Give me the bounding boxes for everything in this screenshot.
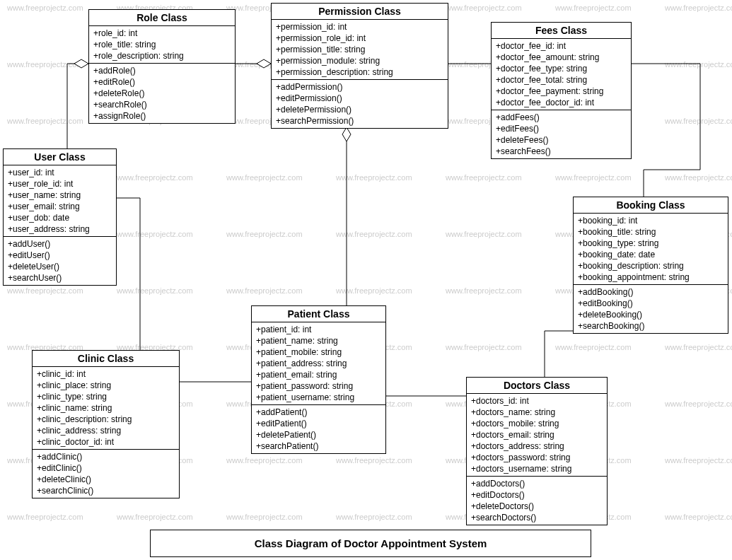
watermark-text: www.freeprojectz.com <box>665 173 732 182</box>
methods: +addPermission()+editPermission()+delete… <box>272 80 448 128</box>
watermark-text: www.freeprojectz.com <box>446 4 522 12</box>
method-line: +searchClinic() <box>37 485 175 496</box>
method-line: +addRole() <box>93 65 231 76</box>
watermark-text: www.freeprojectz.com <box>555 343 632 351</box>
attribute-line: +doctors_username: string <box>471 463 603 474</box>
method-line: +addFees() <box>496 112 627 123</box>
watermark-text: www.freeprojectz.com <box>336 286 412 295</box>
watermark-text: www.freeprojectz.com <box>665 513 732 521</box>
attribute-line: +role_title: string <box>93 39 231 50</box>
class-title: Booking Class <box>574 197 728 214</box>
attribute-line: +user_name: string <box>8 189 112 201</box>
clinic-class: Clinic Class +clinic_id: int+clinic_plac… <box>32 350 180 498</box>
class-title: Patient Class <box>252 306 385 322</box>
watermark-text: www.freeprojectz.com <box>7 60 83 69</box>
attribute-line: +clinic_type: string <box>37 391 175 402</box>
attribute-line: +role_description: string <box>93 50 231 62</box>
method-line: +editRole() <box>93 76 231 88</box>
permission-class: Permission Class +permission_id: int+per… <box>271 3 448 129</box>
attribute-line: +permission_description: string <box>276 66 443 78</box>
attribute-line: +user_address: string <box>8 223 112 235</box>
method-line: +editDoctors() <box>471 489 603 501</box>
watermark-text: www.freeprojectz.com <box>117 513 193 521</box>
attribute-line: +booking_appointment: string <box>578 272 724 283</box>
attribute-line: +clinic_name: string <box>37 402 175 414</box>
methods: +addClinic()+editClinic()+deleteClinic()… <box>33 450 179 498</box>
attribute-line: +clinic_doctor_id: int <box>37 436 175 448</box>
attributes: +user_id: int+user_role_id: int+user_nam… <box>4 165 116 237</box>
watermark-text: www.freeprojectz.com <box>446 173 522 182</box>
attribute-line: +patient_address: string <box>256 358 381 369</box>
attribute-line: +clinic_description: string <box>37 414 175 425</box>
watermark-text: www.freeprojectz.com <box>7 286 83 295</box>
attribute-line: +doctors_id: int <box>471 395 603 407</box>
watermark-text: www.freeprojectz.com <box>665 456 732 465</box>
method-line: +addDoctors() <box>471 478 603 489</box>
method-line: +editBooking() <box>578 298 724 309</box>
class-title: Permission Class <box>272 4 448 20</box>
method-line: +searchFees() <box>496 146 627 157</box>
method-line: +deleteClinic() <box>37 474 175 485</box>
user-class: User Class +user_id: int+user_role_id: i… <box>3 148 117 286</box>
method-line: +deleteUser() <box>8 261 112 272</box>
attributes: +role_id: int+role_title: string+role_de… <box>89 26 235 64</box>
attribute-line: +doctor_fee_total: string <box>496 74 627 86</box>
class-title: User Class <box>4 149 116 165</box>
attribute-line: +user_email: string <box>8 201 112 212</box>
watermark-text: www.freeprojectz.com <box>555 4 632 12</box>
attribute-line: +patient_name: string <box>256 335 381 346</box>
attribute-line: +doctors_name: string <box>471 407 603 418</box>
method-line: +editPatient() <box>256 418 381 429</box>
class-title: Role Class <box>89 10 235 26</box>
attribute-line: +doctors_email: string <box>471 429 603 441</box>
attribute-line: +doctor_fee_type: string <box>496 63 627 74</box>
attribute-line: +doctor_fee_payment: string <box>496 86 627 97</box>
attributes: +clinic_id: int+clinic_place: string+cli… <box>33 367 179 450</box>
attribute-line: +permission_id: int <box>276 21 443 33</box>
attribute-line: +booking_title: string <box>578 226 724 238</box>
watermark-text: www.freeprojectz.com <box>446 343 522 351</box>
methods: +addBooking()+editBooking()+deleteBookin… <box>574 285 728 333</box>
method-line: +searchRole() <box>93 99 231 110</box>
attribute-line: +clinic_place: string <box>37 380 175 391</box>
watermark-text: www.freeprojectz.com <box>7 4 83 12</box>
fees-class: Fees Class +doctor_fee_id: int+doctor_fe… <box>491 22 632 159</box>
watermark-text: www.freeprojectz.com <box>555 173 632 182</box>
watermark-text: www.freeprojectz.com <box>226 286 303 295</box>
watermark-text: www.freeprojectz.com <box>336 230 412 238</box>
method-line: +searchUser() <box>8 272 112 284</box>
attribute-line: +doctors_password: string <box>471 452 603 463</box>
watermark-text: www.freeprojectz.com <box>446 286 522 295</box>
watermark-text: www.freeprojectz.com <box>117 173 193 182</box>
method-line: +assignRole() <box>93 110 231 122</box>
booking-class: Booking Class +booking_id: int+booking_t… <box>573 197 728 334</box>
class-title: Clinic Class <box>33 351 179 367</box>
method-line: +deleteFees() <box>496 134 627 146</box>
attribute-line: +booking_description: string <box>578 260 724 272</box>
method-line: +deleteDoctors() <box>471 501 603 512</box>
method-line: +deleteRole() <box>93 88 231 99</box>
watermark-text: www.freeprojectz.com <box>7 117 83 125</box>
watermark-text: www.freeprojectz.com <box>7 513 83 521</box>
attributes: +doctor_fee_id: int+doctor_fee_amount: s… <box>492 39 631 110</box>
watermark-text: www.freeprojectz.com <box>226 456 303 465</box>
role-class: Role Class +role_id: int+role_title: str… <box>88 9 236 124</box>
attributes: +permission_id: int+permission_role_id: … <box>272 20 448 80</box>
attribute-line: +patient_id: int <box>256 324 381 335</box>
method-line: +editFees() <box>496 123 627 134</box>
method-line: +addUser() <box>8 238 112 250</box>
attribute-line: +booking_id: int <box>578 215 724 226</box>
method-line: +editUser() <box>8 250 112 261</box>
attribute-line: +role_id: int <box>93 28 231 39</box>
attribute-line: +user_role_id: int <box>8 178 112 189</box>
methods: +addRole()+editRole()+deleteRole()+searc… <box>89 64 235 123</box>
watermark-text: www.freeprojectz.com <box>665 4 732 12</box>
watermark-text: www.freeprojectz.com <box>665 343 732 351</box>
method-line: +addPatient() <box>256 407 381 418</box>
attribute-line: +doctor_fee_id: int <box>496 40 627 52</box>
attribute-line: +user_id: int <box>8 167 112 178</box>
attribute-line: +booking_date: date <box>578 249 724 260</box>
watermark-text: www.freeprojectz.com <box>117 230 193 238</box>
doctors-class: Doctors Class +doctors_id: int+doctors_n… <box>466 377 608 525</box>
method-line: +searchPatient() <box>256 441 381 452</box>
